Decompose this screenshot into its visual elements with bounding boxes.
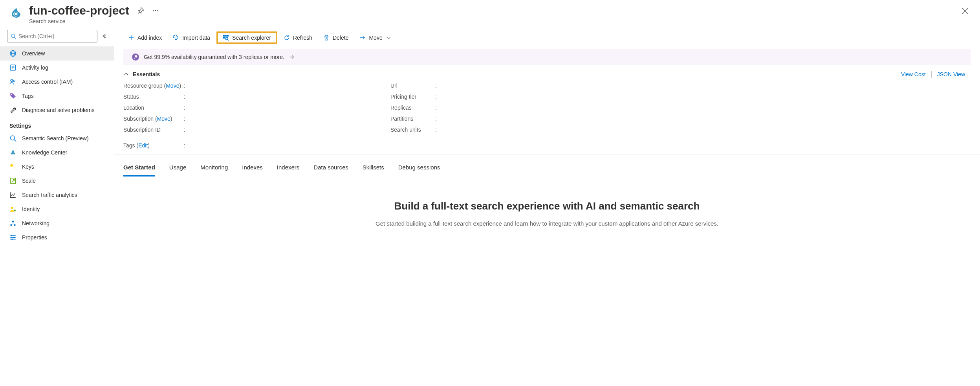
sidebar-item-networking[interactable]: Networking [0,216,114,230]
tag-icon [9,92,16,99]
hero-subtitle: Get started building a full-text search … [370,219,724,228]
move-link[interactable]: Move [157,116,170,122]
essentials-toggle[interactable]: Essentials [123,71,160,77]
sidebar-search-input[interactable] [18,33,94,39]
svg-point-21 [10,164,13,167]
svg-point-15 [11,79,13,82]
ess-row-pricing-tier: Pricing tier: [390,94,437,100]
sidebar-item-scale[interactable]: Scale [0,174,114,188]
infobar-text: Get 99.9% availability guaranteed with 3… [144,54,284,60]
svg-point-6 [11,34,15,38]
sidebar-item-label: Properties [22,234,47,241]
rocket-icon [132,53,139,61]
sidebar-item-label: Networking [22,220,49,226]
page-title: fun-coffee-project [29,4,129,17]
move-button[interactable]: Move [355,32,396,43]
ess-row-tags: Tags (Edit): [114,137,980,154]
search-icon [11,33,16,39]
ess-row-resource-group: Resource group (Move): [123,83,367,89]
sidebar-item-label: Identity [22,206,40,212]
svg-point-3 [153,10,154,11]
sidebar-item-label: Scale [22,178,36,184]
sidebar-item-overview[interactable]: Overview [0,46,114,61]
delete-button[interactable]: Delete [319,32,353,43]
sidebar-item-label: Keys [22,164,34,170]
knowledge-icon [9,149,16,156]
key-icon [9,163,16,170]
more-icon[interactable] [152,7,159,14]
svg-point-5 [157,10,158,11]
sidebar-item-label: Search traffic analytics [22,192,77,198]
json-view-link[interactable]: JSON View [932,71,971,77]
hero-title: Build a full-text search experience with… [130,200,964,212]
ess-row-partitions: Partitions: [390,116,437,122]
sidebar-item-label: Activity log [22,64,48,71]
globe-icon [9,50,16,57]
arrow-right-icon [289,54,295,60]
sidebar-item-label: Tags [22,93,34,99]
svg-point-31 [11,235,12,236]
tab-usage[interactable]: Usage [169,162,186,176]
arrow-right-icon [359,35,366,41]
toolbar-label: Search explorer [232,35,271,41]
edit-tags-link[interactable]: Edit [138,142,148,149]
move-link[interactable]: Move [166,83,179,89]
pin-icon[interactable] [137,7,144,14]
add-index-button[interactable]: Add index [123,32,167,43]
view-cost-link[interactable]: View Cost [896,71,931,77]
sidebar-item-search-traffic[interactable]: Search traffic analytics [0,188,114,202]
sidebar-item-label: Knowledge Center [22,149,67,156]
svg-point-17 [11,94,12,95]
tab-indexes[interactable]: Indexes [242,162,263,176]
svg-point-4 [155,10,156,11]
people-icon [9,78,16,85]
sidebar-item-label: Semantic Search (Preview) [22,135,89,142]
collapse-sidebar-icon[interactable] [101,33,107,39]
sidebar-item-semantic-search[interactable]: Semantic Search (Preview) [0,131,114,145]
tab-skillsets[interactable]: Skillsets [363,162,384,176]
refresh-button[interactable]: Refresh [279,32,317,43]
ess-row-search-units: Search units: [390,127,437,133]
sidebar-item-diagnose[interactable]: Diagnose and solve problems [0,103,114,117]
ess-row-url: Url: [390,83,437,89]
network-icon [9,220,16,227]
trash-icon [323,35,330,41]
svg-line-19 [14,140,16,142]
tab-debug-sessions[interactable]: Debug sessions [398,162,440,176]
sidebar-item-properties[interactable]: Properties [0,230,114,244]
essentials-body: Resource group (Move): Status: Location:… [114,80,980,137]
toolbar-label: Move [369,35,382,41]
sidebar-item-activity-log[interactable]: Activity log [0,61,114,75]
svg-point-16 [13,80,15,82]
plus-icon [128,35,134,41]
tab-data-sources[interactable]: Data sources [313,162,348,176]
close-icon[interactable] [961,7,969,15]
availability-info-bar[interactable]: Get 99.9% availability guaranteed with 3… [123,49,971,65]
toolbar-label: Refresh [293,35,312,41]
chart-icon [9,191,16,199]
tab-indexers[interactable]: Indexers [277,162,300,176]
page-header: fun-coffee-project Search service [0,0,980,27]
import-icon [173,35,179,41]
sidebar-item-knowledge-center[interactable]: Knowledge Center [0,145,114,160]
import-data-button[interactable]: Import data [168,32,215,43]
tab-monitoring[interactable]: Monitoring [200,162,228,176]
svg-line-7 [15,37,16,39]
properties-icon [9,234,16,241]
svg-rect-36 [227,35,229,37]
search-explorer-button[interactable]: Search explorer [216,31,277,44]
sidebar-item-access-control[interactable]: Access control (IAM) [0,75,114,89]
sidebar-item-label: Access control (IAM) [22,79,73,85]
refresh-icon [284,35,290,41]
tab-get-started[interactable]: Get Started [123,162,155,176]
toolbar-label: Add index [137,35,162,41]
sidebar-item-tags[interactable]: Tags [0,89,114,103]
sidebar-item-keys[interactable]: Keys [0,160,114,174]
svg-point-24 [14,210,16,211]
svg-rect-34 [223,35,225,37]
sidebar-search[interactable] [7,30,97,42]
toolbar: Add index Import data Search explorer Re… [114,27,980,49]
sidebar-item-identity[interactable]: Identity [0,202,114,216]
sidebar: Overview Activity log Access control (IA… [0,27,114,244]
search-icon [9,135,16,142]
